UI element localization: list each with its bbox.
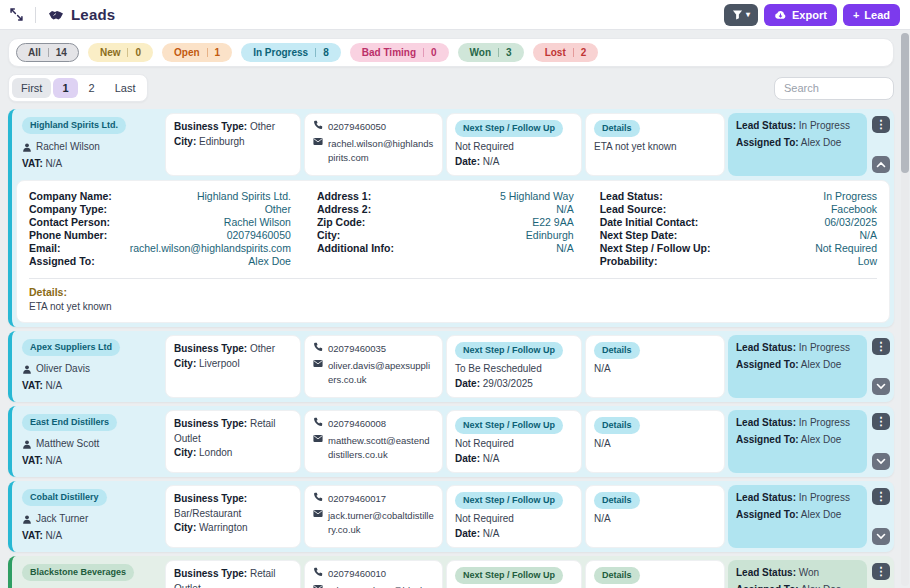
expanded-field: Company Name:Highland Spirits Ltd. [29,190,291,203]
expanded-field-value: 02079460050 [227,229,291,242]
chevron-up-icon [876,161,886,168]
contact-name: Matthew Scott [36,437,99,452]
next-step-date: 29/03/2025 [483,378,533,389]
scrollbar-thumb[interactable] [901,33,909,173]
company-badge: Apex Suppliers Ltd [22,339,120,356]
filter-button[interactable]: ▾ [724,4,758,26]
expanded-field: Lead Source:Facebook [600,203,877,216]
company-badge: East End Distillers [22,414,117,431]
phone-number[interactable]: 02079460035 [328,342,386,356]
phone-icon [313,567,323,577]
city-label: City: [174,522,196,533]
export-button[interactable]: Export [764,4,837,26]
page-button-first[interactable]: First [12,78,51,98]
expanded-field-label: Zip Code: [317,216,365,229]
chevron-down-icon [876,533,886,540]
status-cell: Lead Status: Won Assigned To: Alex Doe [728,560,867,588]
expanded-field-value: In Progress [823,190,877,203]
row-menu-button[interactable]: ⋮ [872,116,890,133]
email-address[interactable]: jack.turner@cobaltdistillery.co.uk [328,509,434,537]
lead-card: Cobalt Distillery Jack Turner VAT: N/A B… [8,481,894,552]
company-badge: Cobalt Distillery [22,489,107,506]
page-button-last[interactable]: Last [106,78,145,98]
next-step-value: Not Required [455,140,573,155]
tab-inprogress[interactable]: In Progress 8 [241,43,341,62]
next-step-badge: Next Step / Follow Up [455,342,563,359]
add-lead-button[interactable]: + Lead [843,4,900,26]
tab-open[interactable]: Open 1 [162,43,232,62]
scrollbar[interactable] [901,33,909,586]
email-address[interactable]: oliver.davis@apexsuppliers.co.uk [328,359,434,387]
expanded-field-value: Alex Doe [248,255,291,268]
date-label: Date: [455,528,480,539]
details-badge: Details [594,492,640,509]
lead-status-value: In Progress [799,492,850,503]
status-cell: Lead Status: In Progress Assigned To: Al… [728,335,867,398]
row-menu-button[interactable]: ⋮ [872,488,890,505]
tab-count: 2 [581,47,587,58]
expanded-field-label: Lead Source: [600,203,667,216]
expanded-field-label: Additional Info: [317,242,394,255]
phone-number[interactable]: 02079460050 [328,120,386,134]
assigned-to-value: Alex Doe [801,434,842,445]
tab-new[interactable]: New 0 [88,43,153,62]
assigned-to-label: Assigned To: [736,359,799,370]
business-type-value: Other [250,121,275,132]
expanded-field-value: Facebook [831,203,877,216]
kebab-icon: ⋮ [876,490,887,503]
vat-value: N/A [46,455,63,466]
details-cell: Details N/A [585,335,725,398]
expand-icon[interactable] [10,8,23,21]
tab-count: 0 [135,47,141,58]
search-input[interactable] [774,77,894,100]
date-label: Date: [455,378,480,389]
lead-status-value: In Progress [799,417,850,428]
expanded-field-label: Contact Person: [29,216,110,229]
business-type-label: Business Type: [174,343,247,354]
phone-number[interactable]: 02079460010 [328,567,386,581]
expanded-field-value: Low [858,255,877,268]
expanded-divider [29,278,877,279]
details-badge: Details [594,567,640,584]
city-value: Warrington [199,522,248,533]
pill-divider [423,48,424,57]
row-expand-button[interactable] [872,156,890,173]
tab-badtiming[interactable]: Bad Timing 0 [350,43,449,62]
lead-status-value: In Progress [799,342,850,353]
tab-all[interactable]: All 14 [16,43,79,62]
status-filter-bar: All 14 New 0 Open 1 In Progress 8 Bad Ti… [8,38,894,67]
expanded-field-value: 06/03/2025 [824,216,877,229]
pill-divider [573,48,574,57]
row-expand-button[interactable] [872,453,890,470]
email-address[interactable]: rebecca.adams@blackstonebeverages.co.uk [328,584,434,588]
chevron-down-icon [876,383,886,390]
tab-won[interactable]: Won 3 [458,43,524,62]
phone-number[interactable]: 02079460008 [328,417,386,431]
contact-cell: 02079460008 matthew.scott@eastenddistill… [304,410,443,473]
expanded-field-value: N/A [859,229,877,242]
phone-number[interactable]: 02079460017 [328,492,386,506]
business-type-value: Bar/Restaurant [174,508,241,519]
page-button-1[interactable]: 1 [53,78,77,98]
row-menu-button[interactable]: ⋮ [872,563,890,580]
row-expand-button[interactable] [872,528,890,545]
row-expand-button[interactable] [872,378,890,395]
tab-label: Bad Timing [362,47,416,58]
contact-name: Rachel Wilson [36,140,100,155]
pill-divider [48,48,49,57]
tab-lost[interactable]: Lost 2 [533,43,599,62]
next-step-cell: Next Step / Follow Up Not Required Date:… [446,560,582,588]
expanded-field-label: Assigned To: [29,255,95,268]
row-menu-button[interactable]: ⋮ [872,338,890,355]
email-address[interactable]: matthew.scott@eastenddistillers.co.uk [328,434,434,462]
page-button-2[interactable]: 2 [80,78,104,98]
date-label: Date: [455,453,480,464]
business-type-label: Business Type: [174,493,247,504]
expanded-field-value: Rachel Wilson [224,216,291,229]
next-step-badge: Next Step / Follow Up [455,567,563,584]
contact-cell: 02079460010 rebecca.adams@blackstonebeve… [304,560,443,588]
main-content: All 14 New 0 Open 1 In Progress 8 Bad Ti… [0,30,910,588]
email-address[interactable]: rachel.wilson@highlandspirits.com [328,137,434,165]
expanded-field: Contact Person:Rachel Wilson [29,216,291,229]
row-menu-button[interactable]: ⋮ [872,413,890,430]
